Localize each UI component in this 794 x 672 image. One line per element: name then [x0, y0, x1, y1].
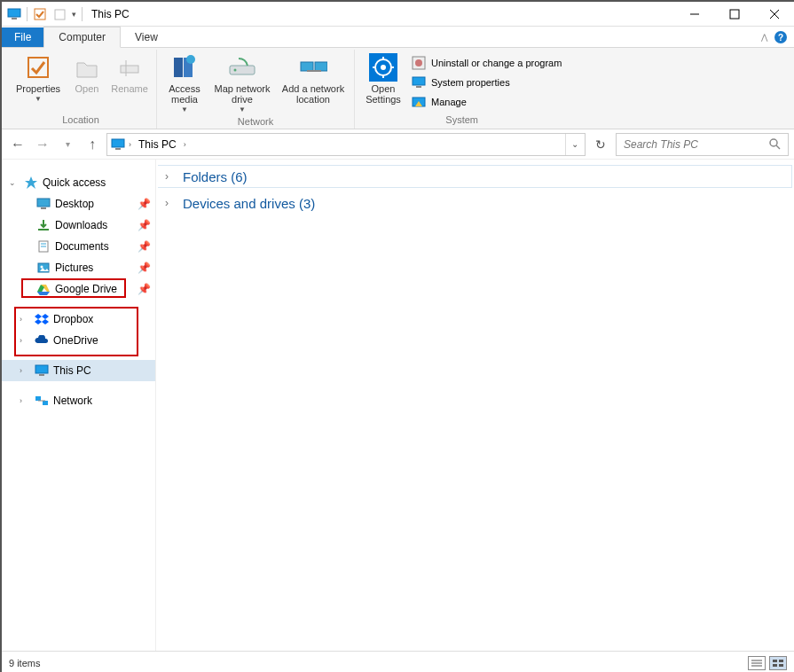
- system-properties-button[interactable]: System properties: [410, 73, 563, 92]
- rename-button[interactable]: Rename: [108, 51, 151, 96]
- content-pane[interactable]: › Folders (6) › Devices and drives (3): [156, 160, 794, 651]
- quick-access-label: Quick access: [43, 176, 106, 189]
- nav-recent-button[interactable]: ▾: [57, 134, 78, 155]
- this-pc-icon: [34, 363, 50, 378]
- svg-rect-52: [39, 374, 44, 376]
- help-icon[interactable]: ?: [774, 31, 787, 43]
- address-box[interactable]: › This PC › ⌄: [106, 133, 586, 156]
- tab-view[interactable]: View: [121, 27, 172, 47]
- settings-icon: [369, 53, 397, 82]
- documents-icon: [35, 239, 51, 254]
- sidebar-item-documents[interactable]: Documents 📌: [2, 236, 155, 257]
- pin-icon: 📌: [138, 198, 150, 210]
- group-label-location: Location: [62, 114, 99, 127]
- uninstall-icon: [412, 56, 426, 70]
- expander-icon[interactable]: ⌄: [9, 178, 20, 187]
- ribbon: Properties ▼ Open Rename Location: [2, 48, 794, 129]
- svg-rect-16: [301, 62, 313, 71]
- nav-up-button[interactable]: ↑: [82, 134, 103, 155]
- dropbox-label: Dropbox: [53, 313, 93, 325]
- svg-rect-11: [174, 58, 183, 77]
- sidebar-item-downloads[interactable]: Downloads 📌: [2, 215, 155, 236]
- pin-icon: 📌: [138, 219, 150, 231]
- svg-point-13: [186, 55, 195, 64]
- svg-point-21: [381, 65, 386, 70]
- svg-rect-51: [35, 365, 48, 373]
- group-folders[interactable]: › Folders (6): [158, 165, 792, 188]
- maximize-button[interactable]: [714, 2, 754, 27]
- downloads-label: Downloads: [55, 219, 107, 231]
- sidebar-item-google-drive[interactable]: Google Drive 📌: [2, 278, 155, 300]
- svg-rect-17: [315, 62, 327, 71]
- sidebar-item-onedrive[interactable]: › OneDrive: [2, 330, 155, 351]
- navigation-pane[interactable]: ⌄ Quick access Desktop 📌 Downloads 📌 Doc…: [2, 160, 156, 651]
- sidebar-item-network[interactable]: › Network: [2, 390, 155, 411]
- svg-rect-31: [112, 139, 124, 147]
- status-bar: 9 items: [2, 651, 794, 672]
- svg-rect-36: [37, 199, 50, 207]
- nav-back-button[interactable]: ←: [7, 134, 28, 155]
- refresh-button[interactable]: ↻: [589, 133, 612, 156]
- svg-rect-29: [416, 86, 421, 88]
- svg-rect-37: [41, 207, 46, 209]
- open-button[interactable]: Open: [69, 51, 105, 96]
- search-input[interactable]: [622, 137, 768, 152]
- nav-forward-button[interactable]: →: [32, 134, 53, 155]
- google-drive-label: Google Drive: [55, 283, 117, 295]
- expander-icon[interactable]: ›: [20, 396, 30, 405]
- address-history-dropdown[interactable]: ⌄: [565, 134, 583, 155]
- svg-rect-60: [779, 660, 783, 662]
- svg-point-43: [41, 266, 43, 269]
- group-devices[interactable]: › Devices and drives (3): [158, 191, 792, 215]
- access-media-icon: [170, 53, 199, 82]
- properties-label: Properties: [16, 83, 60, 94]
- svg-line-34: [776, 145, 780, 149]
- access-media-label: Access media: [164, 83, 205, 105]
- breadcrumb-arrow-icon[interactable]: ›: [182, 140, 188, 149]
- svg-marker-50: [42, 319, 49, 324]
- breadcrumb-arrow-icon[interactable]: ›: [127, 140, 133, 149]
- network-icon: [34, 394, 50, 408]
- onedrive-label: OneDrive: [53, 334, 98, 347]
- desktop-icon: [35, 197, 51, 211]
- sidebar-item-quick-access[interactable]: ⌄ Quick access: [2, 172, 155, 193]
- access-media-button[interactable]: Access media ▼: [162, 51, 207, 116]
- sidebar-item-this-pc[interactable]: › This PC: [2, 360, 155, 381]
- svg-rect-54: [43, 401, 48, 405]
- this-pc-label: This PC: [53, 364, 91, 377]
- quick-access-icon: [23, 176, 39, 190]
- minimize-button[interactable]: [674, 2, 714, 27]
- add-location-button[interactable]: Add a network location: [278, 51, 349, 106]
- quick-access-dropdown-icon[interactable]: ▾: [72, 10, 76, 19]
- system-properties-label: System properties: [431, 77, 510, 88]
- map-drive-button[interactable]: Map network drive ▼: [210, 51, 274, 116]
- expander-icon[interactable]: ›: [20, 366, 30, 375]
- system-properties-icon: [412, 75, 426, 90]
- sidebar-item-desktop[interactable]: Desktop 📌: [2, 193, 155, 215]
- quick-access-properties-icon[interactable]: [33, 7, 47, 21]
- address-bar-row: ← → ▾ ↑ › This PC › ⌄ ↻: [2, 129, 794, 160]
- tab-computer[interactable]: Computer: [43, 27, 121, 48]
- manage-button[interactable]: Manage: [410, 92, 563, 112]
- breadcrumb-this-pc[interactable]: This PC: [133, 138, 182, 151]
- sidebar-item-dropbox[interactable]: › Dropbox: [2, 309, 155, 330]
- uninstall-button[interactable]: Uninstall or change a program: [410, 53, 563, 73]
- svg-rect-61: [773, 664, 777, 667]
- quick-access-new-folder-icon[interactable]: [52, 7, 67, 21]
- collapse-ribbon-icon[interactable]: ⋀: [761, 33, 767, 42]
- svg-rect-38: [38, 229, 49, 231]
- open-label: Open: [75, 83, 99, 94]
- search-box[interactable]: [616, 133, 789, 156]
- network-label: Network: [53, 395, 92, 407]
- properties-button[interactable]: Properties ▼: [11, 51, 66, 105]
- view-large-icons-button[interactable]: [769, 656, 787, 670]
- open-settings-button[interactable]: Open Settings: [360, 51, 406, 106]
- close-button[interactable]: [754, 2, 794, 27]
- rename-label: Rename: [111, 83, 148, 94]
- expander-icon[interactable]: ›: [20, 315, 30, 324]
- sidebar-item-pictures[interactable]: Pictures 📌: [2, 257, 155, 278]
- svg-rect-14: [230, 66, 255, 74]
- tab-file[interactable]: File: [2, 27, 43, 47]
- view-details-button[interactable]: [748, 656, 766, 670]
- expander-icon[interactable]: ›: [20, 336, 30, 345]
